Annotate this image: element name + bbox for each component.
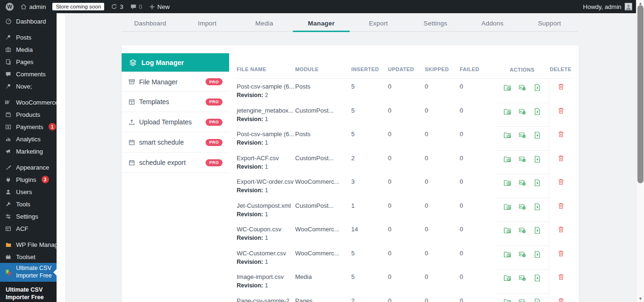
table-row: Export-ACF.csvRevision: 1 CustomPost... … — [237, 150, 572, 174]
download-log-icon[interactable] — [533, 83, 542, 92]
user-icon — [5, 189, 12, 195]
remove-media-icon[interactable] — [518, 83, 527, 92]
sidebar-item-plugins[interactable]: Plugins 3 — [0, 173, 57, 186]
download-log-icon[interactable] — [533, 131, 542, 139]
wordpress-menu[interactable]: W — [6, 3, 14, 11]
sidebar-item-wp-file-manager[interactable]: WP File Manager — [0, 238, 57, 251]
avatar — [625, 3, 632, 10]
revert-import-icon[interactable] — [503, 179, 512, 187]
tab-manager[interactable]: Manager — [293, 16, 350, 31]
delete-icon[interactable] — [557, 273, 565, 281]
delete-icon[interactable] — [557, 226, 565, 233]
download-log-icon[interactable] — [533, 250, 542, 259]
revert-import-icon[interactable] — [503, 83, 512, 92]
sidebar-item-media[interactable]: Media — [0, 43, 57, 56]
account-menu[interactable]: Howdy, admin — [583, 3, 636, 10]
col-file-name: FILE NAME — [237, 66, 295, 72]
delete-icon[interactable] — [557, 202, 565, 210]
download-log-icon[interactable] — [533, 107, 542, 116]
sidebar-item-posts[interactable]: Posts — [0, 31, 57, 43]
revert-import-icon[interactable] — [503, 226, 512, 235]
revert-import-icon[interactable] — [503, 203, 512, 211]
new-menu[interactable]: New — [149, 3, 170, 10]
delete-icon[interactable] — [557, 83, 565, 90]
delete-icon[interactable] — [557, 178, 565, 186]
revert-import-icon[interactable] — [503, 107, 512, 116]
revert-import-icon[interactable] — [503, 131, 512, 139]
megaphone-icon — [5, 148, 12, 155]
download-log-icon[interactable] — [533, 274, 542, 282]
revert-import-icon[interactable] — [503, 250, 512, 259]
sidebar-item-dashboard[interactable]: Dashboard — [0, 15, 57, 27]
sidebar-item-settings[interactable]: Settings — [0, 210, 57, 222]
remove-media-icon[interactable] — [518, 179, 527, 187]
tab-support[interactable]: Support — [521, 16, 578, 31]
col-actions: ACTIONS — [495, 66, 549, 73]
remove-media-icon[interactable] — [518, 298, 527, 302]
skipped-cell: 0 — [425, 107, 460, 127]
site-link[interactable]: admin — [20, 3, 46, 10]
revert-import-icon[interactable] — [503, 155, 512, 163]
sidebar-item-toolset[interactable]: Toolset — [0, 251, 57, 263]
panel-item-smart-schedule[interactable]: smart schedule PRO — [122, 132, 229, 153]
coming-soon-badge[interactable]: Store coming soon — [52, 3, 104, 10]
delete-icon[interactable] — [557, 107, 565, 114]
failed-cell: 0 — [460, 273, 495, 293]
sidebar-item-nove[interactable]: Nove; — [0, 80, 57, 92]
sidebar-item-payments[interactable]: $ Payments 1 — [0, 121, 57, 133]
delete-icon[interactable] — [557, 155, 565, 162]
file-name: WC-Customer.csv — [237, 250, 295, 257]
download-log-icon[interactable] — [533, 226, 542, 235]
remove-media-icon[interactable] — [518, 250, 527, 259]
sidebar-item-ultimate-csv-importer[interactable]: Ultimate CSV Importer Free — [0, 263, 57, 282]
tab-dashboard[interactable]: Dashboard — [122, 16, 179, 31]
panel-item-log-manager[interactable]: Log Manager — [122, 53, 229, 72]
content-left-gutter — [57, 13, 65, 302]
failed-cell: 0 — [460, 226, 495, 245]
tab-import[interactable]: Import — [179, 16, 236, 31]
tab-settings[interactable]: Settings — [407, 16, 464, 31]
sidebar-item-acf[interactable]: ACF — [0, 222, 57, 235]
sidebar-item-comments[interactable]: Comments — [0, 68, 57, 80]
sidebar-item-users[interactable]: Users — [0, 186, 57, 198]
sidebar-item-tools[interactable]: Tools — [0, 198, 57, 210]
remove-media-icon[interactable] — [518, 203, 527, 211]
page-scrollbar[interactable]: ▲ ▼ — [636, 0, 644, 302]
updated-cell: 0 — [388, 107, 425, 127]
sidebar-item-marketing[interactable]: Marketing — [0, 145, 57, 157]
tab-addons[interactable]: Addons — [464, 16, 521, 31]
panel-item-file-manager[interactable]: File Manager PRO — [122, 72, 229, 92]
remove-media-icon[interactable] — [518, 226, 527, 235]
sidebar-item-woocommerce[interactable]: W WooCommerce — [0, 96, 57, 108]
remove-media-icon[interactable] — [518, 274, 527, 282]
tab-media[interactable]: Media — [236, 16, 293, 31]
download-log-icon[interactable] — [533, 179, 542, 187]
panel-item-templates[interactable]: Templates PRO — [122, 92, 229, 112]
comments-menu[interactable]: 0 — [130, 3, 142, 10]
remove-media-icon[interactable] — [518, 155, 527, 163]
sidebar-item-analytics[interactable]: Analytics — [0, 133, 57, 145]
skipped-cell: 0 — [425, 273, 460, 293]
tab-export[interactable]: Export — [350, 16, 407, 31]
remove-media-icon[interactable] — [518, 131, 527, 139]
download-log-icon[interactable] — [533, 203, 542, 211]
scrollbar-thumb[interactable] — [637, 5, 644, 183]
panel-item-schedule-export[interactable]: schedule export PRO — [122, 153, 229, 173]
delete-icon[interactable] — [557, 131, 565, 138]
table-row: Post-csv-sample (6...Revision: 2 Posts 5… — [237, 79, 572, 103]
delete-icon[interactable] — [557, 250, 565, 257]
module-cell: Posts — [295, 131, 351, 150]
delete-icon[interactable] — [557, 297, 565, 302]
remove-media-icon[interactable] — [518, 107, 527, 116]
revert-import-icon[interactable] — [503, 298, 512, 302]
updates-menu[interactable]: 3 — [111, 3, 123, 10]
submenu-item-ultimate-csv-importer-free[interactable]: Ultimate CSV Importer Free — [6, 286, 52, 302]
download-log-icon[interactable] — [533, 155, 542, 163]
sidebar-item-pages[interactable]: Pages — [0, 56, 57, 68]
revert-import-icon[interactable] — [503, 274, 512, 282]
scrollbar-down-arrow[interactable]: ▼ — [636, 295, 644, 302]
download-log-icon[interactable] — [533, 298, 542, 302]
sidebar-item-products[interactable]: Products — [0, 108, 57, 121]
sidebar-item-appearance[interactable]: Appearance — [0, 161, 57, 173]
panel-item-upload-templates[interactable]: Upload Templates PRO — [122, 112, 229, 132]
